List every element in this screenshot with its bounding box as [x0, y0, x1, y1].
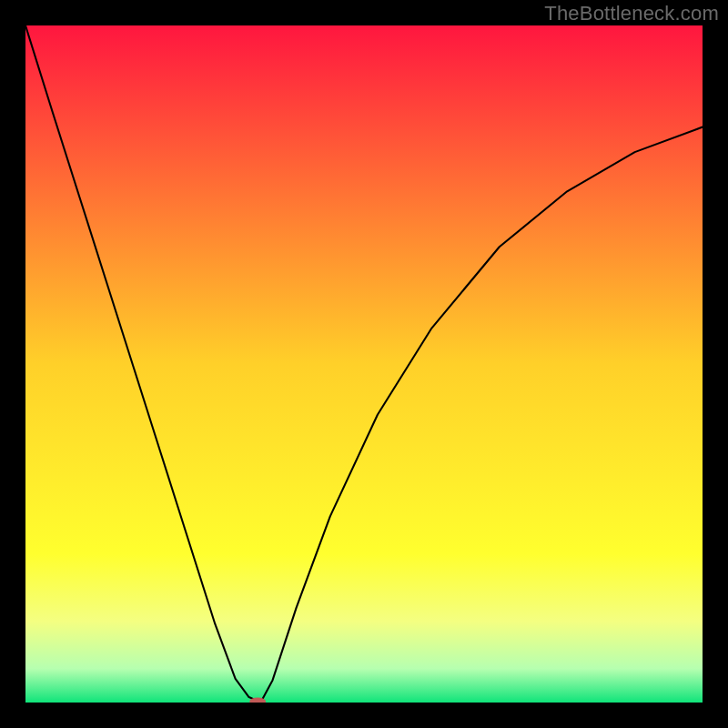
- chart-frame: TheBottleneck.com: [0, 0, 728, 728]
- bottleneck-chart: [25, 25, 703, 703]
- gradient-background: [25, 25, 703, 703]
- watermark-text: TheBottleneck.com: [544, 2, 719, 25]
